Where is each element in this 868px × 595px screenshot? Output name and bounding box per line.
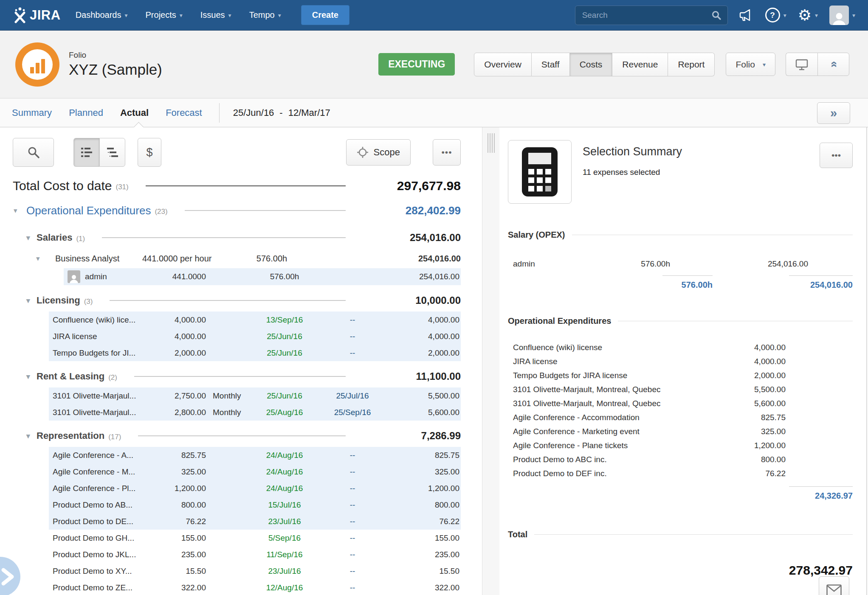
collapse-caret-icon[interactable]: ▾ <box>26 233 37 242</box>
scope-button[interactable]: Scope <box>346 139 411 166</box>
nav-issues[interactable]: Issues ▾ <box>200 10 231 20</box>
row-start-date: 25/Aug/16 <box>246 408 323 417</box>
opex-item-list: Confluence (wiki) license 4,000.00 JIRA … <box>508 340 853 480</box>
section-header-licensing[interactable]: ▾ Licensing (3) 10,000.00 <box>13 289 461 312</box>
status-badge[interactable]: EXECUTING <box>378 53 455 76</box>
view-summary[interactable]: Summary <box>12 107 52 118</box>
table-row[interactable]: Tempo Budgets for JI... 2,000.00 25/Jun/… <box>49 345 461 361</box>
group-total: 282,402.99 <box>361 204 461 217</box>
table-row[interactable]: admin 441.0000 576.00h 254,016.00 <box>64 268 461 285</box>
selection-summary-panel: Selection Summary 11 expenses selected •… <box>499 127 868 595</box>
section-header-salaries[interactable]: ▾ Salaries (1) 254,016.00 <box>13 227 461 249</box>
table-row[interactable]: Agile Conference - M... 325.00 24/Aug/16… <box>49 463 461 480</box>
presentation-mode-button[interactable] <box>786 53 817 76</box>
section-label[interactable]: Salaries <box>37 232 72 243</box>
nav-tempo[interactable]: Tempo ▾ <box>249 10 281 20</box>
chevron-down-icon: ▾ <box>815 12 818 19</box>
collapse-caret-icon[interactable]: ▾ <box>26 432 37 441</box>
chevron-down-icon: ▾ <box>180 12 183 19</box>
expand-panel-button[interactable]: » <box>817 102 850 124</box>
section-label[interactable]: Licensing <box>37 295 80 306</box>
row-end-date: -- <box>323 550 382 559</box>
section-header-representation[interactable]: ▾ Representation (17) 7,286.99 <box>13 425 461 447</box>
scope-icon <box>357 146 369 158</box>
help-menu[interactable]: ? ▾ <box>765 8 786 22</box>
section-label: Salary (OPEX) <box>508 230 565 240</box>
table-row[interactable]: Product Demo to DE... 76.22 23/Jul/16 --… <box>49 513 461 530</box>
view-actual[interactable]: Actual <box>120 107 149 118</box>
settings-menu[interactable]: ⚙ ▾ <box>798 8 818 23</box>
drag-handle-icon[interactable] <box>488 133 495 153</box>
tab-costs[interactable]: Costs <box>570 53 613 76</box>
list-item: Agile Conference - Marketing event 325.0… <box>508 424 853 438</box>
panel-more-button[interactable]: ••• <box>820 143 853 168</box>
group-row-operational-expenditures[interactable]: ▾ Operational Expenditures (23) 282,402.… <box>13 199 461 222</box>
calculator-icon <box>508 140 572 204</box>
tab-report[interactable]: Report <box>668 53 715 76</box>
table-row[interactable]: Product Demo to GH... 155.00 5/Sep/16 --… <box>49 530 461 546</box>
create-button[interactable]: Create <box>301 5 349 25</box>
flat-list-view-button[interactable] <box>73 138 99 167</box>
folio-titles: Folio XYZ (Sample) <box>69 51 162 78</box>
section-label[interactable]: Representation <box>37 430 104 441</box>
table-row[interactable]: Product Demo to AB... 800.00 15/Jul/16 -… <box>49 497 461 513</box>
collapse-caret-icon[interactable]: ▾ <box>26 372 37 381</box>
row-end-date: -- <box>323 500 382 510</box>
nav-dashboards[interactable]: Dashboards ▾ <box>76 10 128 20</box>
table-row[interactable]: Agile Conference - A... 825.75 24/Aug/16… <box>49 447 461 463</box>
table-row[interactable]: 3101 Olivette-Marjaul... 2,800.00 Monthl… <box>49 404 461 421</box>
selection-count: 11 expenses selected <box>583 168 682 177</box>
tab-overview[interactable]: Overview <box>474 53 532 76</box>
table-row[interactable]: Product Demo to ZE... 322.00 12/Aug/16 -… <box>49 579 461 595</box>
row-start-date: 5/Sep/16 <box>246 533 323 543</box>
search-icon[interactable] <box>711 10 721 20</box>
currency-button[interactable]: $ <box>138 138 161 167</box>
date-range[interactable]: 25/Jun/16 - 12/Mar/17 <box>233 107 330 118</box>
table-row[interactable]: Product Demo to XY... 15.50 23/Jul/16 --… <box>49 563 461 579</box>
tab-revenue[interactable]: Revenue <box>612 53 668 76</box>
table-row[interactable]: Product Demo to JKL... 235.00 11/Sep/16 … <box>49 546 461 563</box>
section-header-rent-leasing[interactable]: ▾ Rent & Leasing (2) 11,100.00 <box>13 365 461 387</box>
folio-barchart-icon <box>22 49 53 80</box>
group-label[interactable]: Operational Expenditures <box>26 204 151 217</box>
panel-splitter[interactable] <box>482 127 499 595</box>
row-start-date: 24/Aug/16 <box>246 451 323 460</box>
list-item: 3101 Olivette-Marjault, Montreal, Quebec… <box>508 396 853 410</box>
row-amount: 15.50 <box>155 567 206 576</box>
view-forecast[interactable]: Forecast <box>166 107 202 118</box>
email-summary-button[interactable] <box>819 576 849 595</box>
header-icon-buttons: » <box>786 53 849 76</box>
row-name: Product Demo to GH... <box>49 533 155 543</box>
table-row[interactable]: Agile Conference - Pl... 1,200.00 24/Aug… <box>49 480 461 497</box>
search-input[interactable] <box>581 10 711 20</box>
user-avatar <box>829 6 849 25</box>
nav-projects[interactable]: Projects ▾ <box>146 10 183 20</box>
user-menu[interactable]: ▾ <box>829 6 855 25</box>
display-icon <box>795 59 808 70</box>
view-planned[interactable]: Planned <box>69 107 103 118</box>
grand-total-value: 278,342.97 <box>508 563 853 578</box>
collapse-caret-icon[interactable]: ▾ <box>14 206 26 215</box>
tab-staff[interactable]: Staff <box>532 53 570 76</box>
salary-amount: 254,016.00 <box>713 259 853 269</box>
collapse-header-button[interactable]: » <box>817 53 849 76</box>
list-item: Agile Conference - Accommodation 825.75 <box>508 410 853 424</box>
row-name: Agile Conference - A... <box>49 451 155 460</box>
jira-logo[interactable]: JIRA <box>13 7 61 23</box>
table-more-button[interactable]: ••• <box>433 139 461 166</box>
tree-list-view-button[interactable] <box>99 138 125 167</box>
table-row[interactable]: 3101 Olivette-Marjaul... 2,750.00 Monthl… <box>49 387 461 404</box>
table-row[interactable]: JIRA license 4,000.00 25/Jun/16 -- 4,000… <box>49 328 461 345</box>
section-label[interactable]: Rent & Leasing <box>37 371 104 382</box>
table-row[interactable]: Confluence (wiki) lice... 4,000.00 13/Se… <box>49 312 461 328</box>
row-end-date: -- <box>323 451 382 460</box>
row-amount: 1,200.00 <box>155 484 206 493</box>
collapse-caret-icon[interactable]: ▾ <box>26 296 37 305</box>
table-row[interactable]: ▾ Business Analyst 441.0000 per hour 576… <box>36 249 461 268</box>
collapse-caret-icon[interactable]: ▾ <box>36 254 46 263</box>
table-search-button[interactable] <box>13 138 54 167</box>
announcements-icon[interactable] <box>739 9 754 22</box>
folio-dropdown-button[interactable]: Folio ▾ <box>726 53 775 76</box>
row-total: 825.75 <box>382 451 461 460</box>
section-label: Operational Expenditures <box>508 316 611 326</box>
